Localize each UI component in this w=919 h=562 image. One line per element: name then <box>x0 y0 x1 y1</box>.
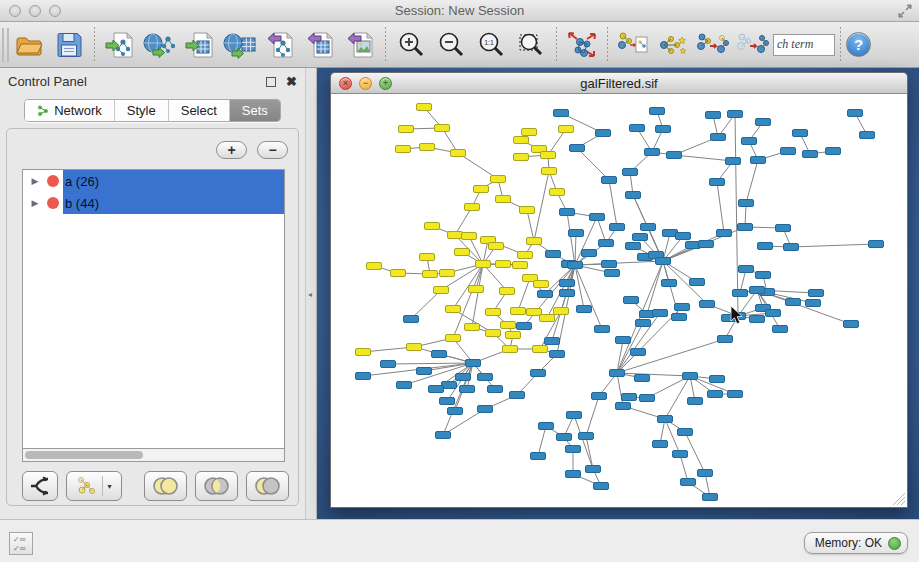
network-node-blue[interactable] <box>683 373 698 380</box>
network-node-yellow[interactable] <box>500 288 515 295</box>
network-node-yellow[interactable] <box>446 306 461 313</box>
network-node-blue[interactable] <box>599 240 614 247</box>
horizontal-scrollbar[interactable] <box>22 449 285 462</box>
panel-splitter[interactable]: ◂ <box>305 68 317 519</box>
network-node-blue[interactable] <box>539 423 554 430</box>
network-node-blue[interactable] <box>626 243 641 250</box>
network-node-blue[interactable] <box>478 406 493 413</box>
network-node-blue[interactable] <box>610 224 625 231</box>
network-node-yellow[interactable] <box>486 330 501 337</box>
network-node-blue[interactable] <box>577 306 592 313</box>
network-node-blue[interactable] <box>640 395 655 402</box>
network-node-blue[interactable] <box>675 304 690 311</box>
network-edge[interactable] <box>567 212 575 265</box>
network-node-blue[interactable] <box>566 446 581 453</box>
network-edge[interactable] <box>534 171 549 241</box>
expand-caret-icon[interactable]: ▶ <box>23 176 47 186</box>
network-node-blue[interactable] <box>636 320 651 327</box>
network-node-yellow[interactable] <box>514 154 529 161</box>
set-row-b[interactable]: ▶ b (44) <box>23 192 284 214</box>
network-node-blue[interactable] <box>568 262 583 269</box>
network-edge[interactable] <box>538 426 546 456</box>
network-node-blue[interactable] <box>440 398 455 405</box>
network-node-yellow[interactable] <box>465 204 480 211</box>
network-node-yellow[interactable] <box>391 270 406 277</box>
network-edge[interactable] <box>674 155 733 161</box>
network-node-blue[interactable] <box>645 149 660 156</box>
network-node-blue[interactable] <box>726 158 741 165</box>
export-network-button[interactable] <box>260 25 300 65</box>
tab-style[interactable]: Style <box>115 100 169 121</box>
network-node-blue[interactable] <box>700 301 715 308</box>
save-session-button[interactable] <box>49 25 89 65</box>
network-node-blue[interactable] <box>381 361 396 368</box>
network-node-blue[interactable] <box>758 243 773 250</box>
network-node-blue[interactable] <box>667 152 682 159</box>
network-edge[interactable] <box>527 210 534 241</box>
network-node-blue[interactable] <box>517 323 532 330</box>
create-set-from-network-button[interactable]: ▾ <box>66 471 122 501</box>
network-node-blue[interactable] <box>784 244 799 251</box>
network-node-blue[interactable] <box>610 370 625 377</box>
network-node-blue[interactable] <box>688 398 703 405</box>
network-node-blue[interactable] <box>436 432 451 439</box>
network-node-blue[interactable] <box>626 192 641 199</box>
network-node-blue[interactable] <box>690 279 705 286</box>
network-frame[interactable]: × − + galFiltered.sif <box>330 72 908 508</box>
network-node-blue[interactable] <box>786 299 801 306</box>
network-node-blue[interactable] <box>623 169 638 176</box>
network-node-blue[interactable] <box>742 138 757 145</box>
network-node-blue[interactable] <box>781 148 796 155</box>
network-node-yellow[interactable] <box>462 233 477 240</box>
network-node-blue[interactable] <box>793 130 808 137</box>
network-node-blue[interactable] <box>631 349 646 356</box>
network-node-blue[interactable] <box>699 241 714 248</box>
network-node-yellow[interactable] <box>451 150 466 157</box>
new-network-from-selection-button[interactable] <box>613 25 653 65</box>
network-node-blue[interactable] <box>826 148 841 155</box>
network-node-blue[interactable] <box>710 179 725 186</box>
network-node-blue[interactable] <box>531 453 546 460</box>
network-node-blue[interactable] <box>635 375 650 382</box>
network-node-blue[interactable] <box>658 416 673 423</box>
network-node-blue[interactable] <box>710 376 725 383</box>
scrollbar-thumb[interactable] <box>25 451 143 459</box>
network-node-blue[interactable] <box>650 108 665 115</box>
network-node-blue[interactable] <box>673 451 688 458</box>
network-node-blue[interactable] <box>404 316 419 323</box>
network-node-blue[interactable] <box>848 110 863 117</box>
network-edge[interactable] <box>617 373 623 406</box>
network-node-yellow[interactable] <box>527 309 542 316</box>
network-node-yellow[interactable] <box>550 189 565 196</box>
zoom-in-button[interactable] <box>391 25 431 65</box>
network-node-blue[interactable] <box>776 225 791 232</box>
network-node-yellow[interactable] <box>434 287 449 294</box>
network-node-blue[interactable] <box>488 386 503 393</box>
remove-set-button[interactable]: − <box>257 141 288 159</box>
network-node-yellow[interactable] <box>503 346 518 353</box>
network-frame-titlebar[interactable]: × − + galFiltered.sif <box>330 72 908 94</box>
import-network-web-button[interactable] <box>140 25 180 65</box>
fullscreen-icon[interactable] <box>897 3 913 19</box>
network-node-blue[interactable] <box>448 408 463 415</box>
import-table-file-button[interactable] <box>180 25 220 65</box>
network-node-blue[interactable] <box>869 241 884 248</box>
network-node-blue[interactable] <box>545 338 560 345</box>
network-node-yellow[interactable] <box>476 261 491 268</box>
network-node-yellow[interactable] <box>425 223 440 230</box>
network-node-blue[interactable] <box>703 494 718 501</box>
network-node-yellow[interactable] <box>527 238 542 245</box>
network-edge[interactable] <box>472 264 483 327</box>
network-node-yellow[interactable] <box>496 261 511 268</box>
network-node-blue[interactable] <box>751 157 766 164</box>
network-node-blue[interactable] <box>560 209 575 216</box>
apply-layout-button[interactable] <box>562 25 602 65</box>
network-node-blue[interactable] <box>554 110 569 117</box>
network-edge[interactable] <box>455 207 472 235</box>
network-node-blue[interactable] <box>546 251 561 258</box>
network-node-yellow[interactable] <box>455 249 470 256</box>
network-node-blue[interactable] <box>417 368 432 375</box>
network-node-yellow[interactable] <box>420 144 435 151</box>
show-all-button[interactable] <box>733 25 773 65</box>
network-edge[interactable] <box>575 261 663 265</box>
